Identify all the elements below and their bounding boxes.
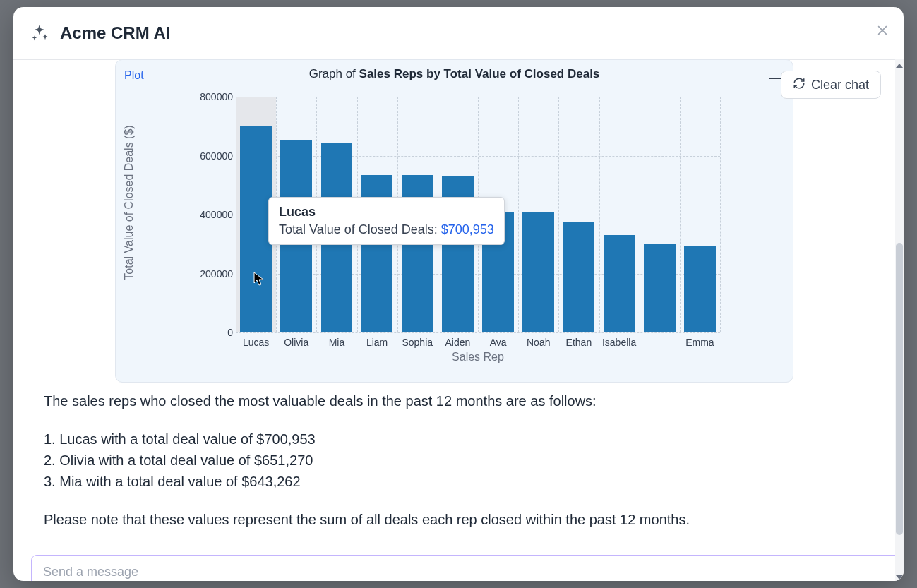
- list-item: Mia with a total deal value of $643,262: [44, 472, 867, 491]
- y-axis-label: Total Value of Closed Deals ($): [123, 97, 136, 308]
- scroll-up-button[interactable]: [895, 59, 904, 69]
- x-tick-label: Isabella: [599, 337, 640, 348]
- bar[interactable]: [522, 212, 554, 332]
- v-gridline: [720, 97, 721, 332]
- response-note: Please note that these values represent …: [44, 510, 867, 529]
- scroll-down-button[interactable]: [895, 571, 904, 581]
- clear-chat-button[interactable]: Clear chat: [781, 71, 881, 99]
- gridline: [236, 332, 720, 333]
- caret-down-icon: [896, 570, 903, 581]
- x-tick-label: Noah: [518, 337, 558, 348]
- message-input[interactable]: [31, 555, 895, 581]
- chart-title: Graph of Sales Reps by Total Value of Cl…: [116, 67, 793, 81]
- x-tick-label: Emma: [680, 337, 720, 348]
- chart-card: Plot Graph of Sales Reps by Total Value …: [115, 59, 793, 383]
- chart-tooltip: Lucas Total Value of Closed Deals: $700,…: [268, 197, 505, 245]
- plot-area[interactable]: Total Value of Closed Deals ($) Sales Re…: [171, 97, 771, 341]
- x-tick-label: Ethan: [558, 337, 599, 348]
- v-gridline: [680, 97, 681, 332]
- v-gridline: [558, 97, 559, 332]
- modal-title: Acme CRM AI: [60, 23, 170, 43]
- list-item: Lucas with a total deal value of $700,95…: [44, 429, 867, 449]
- scrollbar-track[interactable]: [895, 59, 904, 581]
- x-tick-label: Lucas: [236, 337, 276, 348]
- y-tick-label: 200000: [169, 268, 236, 280]
- y-tick-label: 400000: [169, 209, 236, 220]
- response-intro: The sales reps who closed the most valua…: [44, 391, 867, 411]
- chart-header: Plot Graph of Sales Reps by Total Value …: [116, 66, 793, 85]
- bar[interactable]: [604, 235, 635, 332]
- bar[interactable]: [563, 222, 595, 332]
- x-tick-label: Sophia: [397, 337, 438, 348]
- close-button[interactable]: [873, 23, 892, 42]
- v-gridline: [599, 97, 600, 332]
- scrollbar-thumb[interactable]: [896, 243, 903, 535]
- close-icon: [875, 23, 889, 42]
- bar[interactable]: [240, 126, 272, 332]
- x-tick-label: Aiden: [438, 337, 478, 348]
- x-axis-label: Sales Rep: [236, 351, 720, 364]
- tooltip-row: Total Value of Closed Deals: $700,953: [279, 222, 494, 237]
- y-tick-label: 600000: [169, 150, 236, 162]
- x-tick-label: Ava: [478, 337, 518, 348]
- modal-content: Clear chat Plot Graph of Sales Reps by T…: [13, 59, 904, 581]
- y-tick-label: 0: [169, 327, 236, 338]
- chat-scroll-area: Clear chat Plot Graph of Sales Reps by T…: [13, 59, 895, 581]
- y-tick-label: 800000: [169, 91, 236, 102]
- x-tick-label: Mia: [316, 337, 356, 348]
- x-tick-label: Liam: [357, 337, 397, 348]
- sparkle-icon: [30, 23, 50, 43]
- bar[interactable]: [684, 246, 716, 332]
- ai-chat-modal: Acme CRM AI Clear chat: [13, 7, 904, 581]
- v-gridline: [518, 97, 519, 332]
- modal-header: Acme CRM AI: [13, 7, 904, 60]
- bar[interactable]: [644, 244, 676, 332]
- tooltip-name: Lucas: [279, 205, 494, 220]
- v-gridline: [640, 97, 640, 332]
- x-tick-label: Olivia: [276, 337, 316, 348]
- clear-chat-label: Clear chat: [811, 78, 869, 92]
- caret-up-icon: [896, 58, 903, 71]
- refresh-icon: [793, 77, 805, 93]
- ai-response: The sales reps who closed the most valua…: [44, 391, 867, 548]
- list-item: Olivia with a total deal value of $651,2…: [44, 450, 867, 470]
- tooltip-value: $700,953: [441, 222, 494, 236]
- response-list: Lucas with a total deal value of $700,95…: [44, 429, 867, 491]
- composer: [31, 555, 880, 577]
